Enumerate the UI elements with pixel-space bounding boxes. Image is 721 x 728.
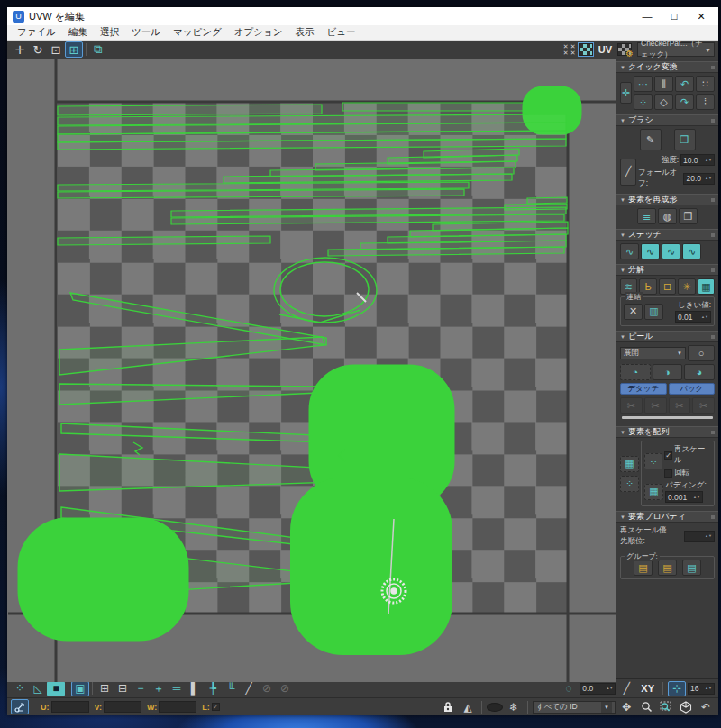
ring-selection-icon[interactable]: ═ [168, 681, 186, 696]
pan-hand-icon[interactable]: ✥ [617, 699, 635, 714]
move-tool-icon[interactable]: ✛ [11, 41, 29, 58]
element-toggle-icon[interactable]: ▣ [71, 681, 89, 696]
pack-normalize-icon[interactable]: ▦ [620, 456, 639, 472]
seam-expand-icon[interactable]: ✂ [669, 397, 691, 414]
rotate-cw-icon[interactable]: ↷ [675, 94, 694, 110]
spinner-arrows-icon[interactable]: ▲▼ [701, 315, 708, 319]
tile-pattern-icon[interactable]: ✕✕ ✕✕ [562, 43, 577, 56]
edge-distance-icon[interactable]: ⊹ [668, 681, 686, 696]
quick-move-icon[interactable]: ✛ [620, 82, 632, 104]
zoom-icon[interactable] [637, 699, 655, 714]
grow-selection-icon[interactable]: ⊞ [96, 681, 114, 696]
detach-button[interactable]: デタッチ [620, 383, 667, 395]
rollout-peel[interactable]: ▼ ピール [616, 331, 718, 342]
spinner-arrows-icon[interactable]: ▲▼ [705, 177, 712, 180]
align-bottom-icon[interactable]: ╙ [222, 681, 240, 696]
rotate-tool-icon[interactable]: ↻ [29, 41, 47, 58]
rollout-quick-transform[interactable]: ▼ クイック変換 [616, 61, 718, 73]
rotate-ccw-icon[interactable]: ↶ [675, 76, 694, 92]
relax-cube-icon[interactable]: ❒ [679, 208, 698, 224]
loop-plus-icon[interactable]: ＋ [150, 681, 168, 696]
stitch-average-icon[interactable]: ∿ [662, 243, 680, 259]
close-button[interactable]: ✕ [688, 8, 715, 24]
vertex-mode-icon[interactable]: ⁘ [11, 681, 29, 696]
u-input[interactable] [51, 701, 89, 713]
menu-mapping[interactable]: マッピング [167, 26, 228, 39]
freeze-icon[interactable]: ❄ [505, 699, 523, 714]
lock-selection-icon[interactable] [439, 699, 457, 714]
pack-button[interactable]: パック [669, 383, 716, 395]
distribute-h-icon[interactable]: ∷ [696, 76, 715, 92]
zoom-region-icon[interactable] [657, 699, 675, 714]
seam-clear-icon[interactable]: ✂ [692, 397, 715, 414]
seam-point-icon[interactable]: ✂ [644, 397, 667, 414]
menu-display[interactable]: 表示 [288, 26, 320, 39]
pack-custom-icon[interactable]: ⁘ [644, 453, 662, 469]
distribute-v-icon[interactable]: ⁞ [696, 94, 715, 110]
menu-edit[interactable]: 編集 [62, 26, 94, 39]
threshold-spinner[interactable]: 0.01 ▲▼ [675, 311, 711, 323]
rollout-element-properties[interactable]: ▼ 要素プロパティ [616, 511, 718, 523]
falloff-space-label[interactable]: XY [641, 683, 654, 694]
strength-spinner[interactable]: 10.0 ▲▼ [680, 154, 715, 166]
space-diamond-icon[interactable]: ◇ [654, 94, 673, 110]
w-input[interactable] [159, 701, 196, 713]
zoom-extents-icon[interactable] [677, 699, 695, 714]
edge-mode-icon[interactable]: ◺ [29, 681, 47, 696]
menu-tools[interactable]: ツール [125, 26, 167, 39]
menu-file[interactable]: ファイル [11, 26, 62, 39]
stitch-source-icon[interactable]: ∿ [641, 243, 660, 259]
pelt-reset-icon[interactable]: ○ [688, 345, 715, 361]
space-horizontal-icon[interactable]: ⁘ [634, 94, 653, 110]
rollout-explode[interactable]: ▼ 分解 [616, 264, 718, 276]
spinner-arrows-icon[interactable]: ▲▼ [705, 159, 712, 162]
paint-shrink-icon[interactable]: ⊘ [276, 681, 294, 696]
v-input[interactable] [104, 701, 141, 713]
peel-mode-icon[interactable]: ◑ [653, 364, 683, 380]
undo-view-icon[interactable]: ↶ [697, 699, 715, 714]
spinner-arrows-icon[interactable]: ▲▼ [606, 687, 613, 690]
edge-distance-spinner[interactable]: 16 ▲▼ [688, 683, 715, 695]
show-map-icon[interactable] [579, 43, 593, 56]
soft-selection-icon[interactable]: ◌ [560, 681, 578, 696]
falloff-spinner[interactable]: 20.0 ▲▼ [683, 173, 715, 185]
seam-edit-icon[interactable]: ✂ [620, 397, 643, 414]
material-id-filter[interactable]: すべての ID ▼ [533, 701, 616, 714]
rollout-stitch[interactable]: ▼ ステッチ [616, 229, 718, 241]
checker-material-icon[interactable]: ⚙ [617, 43, 632, 56]
pelt-map-icon[interactable]: ◕ [684, 364, 715, 380]
menu-options[interactable]: オプション [228, 26, 289, 39]
soft-selection-spinner[interactable]: 0.0 ▲▼ [580, 683, 616, 695]
falloff-type-icon[interactable]: ╱ [617, 681, 635, 696]
rollout-reshape[interactable]: ▼ 要素を再成形 [616, 194, 718, 205]
paint-grow-icon[interactable]: ⊘ [258, 681, 276, 696]
maximize-button[interactable]: □ [661, 8, 688, 24]
stitch-custom-icon[interactable]: ∿ [620, 243, 639, 259]
uv-space-label[interactable]: UV [598, 44, 612, 55]
spinner-arrows-icon[interactable]: ▲▼ [705, 687, 712, 690]
loop-minus-icon[interactable]: − [132, 681, 150, 696]
align-vertical-icon[interactable]: ⫼ [654, 76, 673, 92]
relax-sphere-icon[interactable]: ◍ [658, 208, 677, 224]
lock-aspect-checkbox[interactable]: ✓ [212, 703, 220, 711]
spinner-arrows-icon[interactable]: ▲▼ [693, 496, 700, 499]
group-lock-icon[interactable]: ▤ [658, 560, 677, 576]
minimize-button[interactable]: — [634, 8, 661, 24]
peel-quick-icon[interactable]: ◔ [620, 364, 651, 380]
rotate-checkbox[interactable] [664, 469, 672, 478]
unfold-mode-select[interactable]: 展開 ▼ [620, 347, 686, 359]
rollout-arrange[interactable]: ▼ 要素を配列 [616, 426, 718, 438]
relax-brush-icon[interactable]: ❒ [674, 129, 696, 150]
scale-tool-icon[interactable]: ⊡ [47, 41, 65, 58]
pack-nosort-icon[interactable]: ⁘ [620, 476, 639, 492]
filter-selected-faces-icon[interactable]: ◭ [459, 699, 477, 714]
pack-full-icon[interactable]: ▦ [644, 484, 663, 500]
align-left-icon[interactable]: ╄ [204, 681, 222, 696]
rescale-priority-spinner[interactable]: ▲▼ [684, 531, 715, 542]
break-edge-icon[interactable]: ⊟ [659, 278, 676, 295]
menu-view[interactable]: ビュー [320, 26, 361, 39]
break-face-icon[interactable]: ✳ [678, 278, 695, 295]
group-select-icon[interactable]: ▤ [682, 560, 701, 576]
spinner-arrows-icon[interactable]: ▲▼ [705, 534, 712, 538]
freeform-tool-icon[interactable]: ⊞ [65, 41, 83, 58]
